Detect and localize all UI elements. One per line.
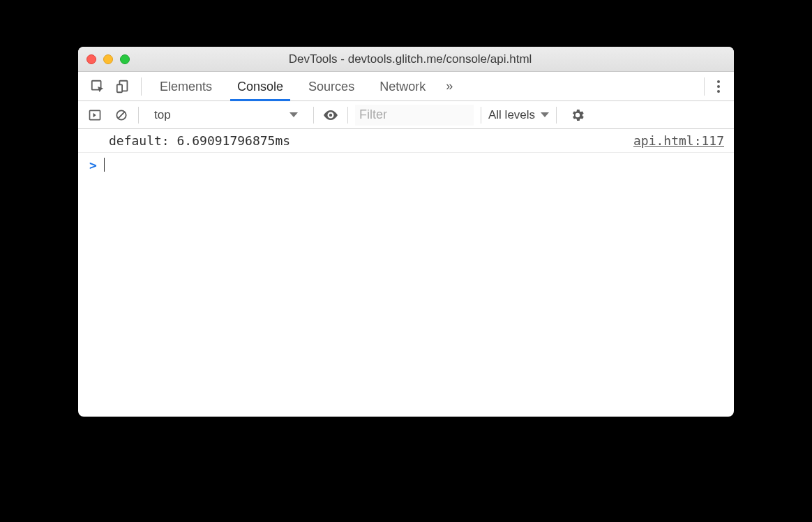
- console-settings-icon[interactable]: [568, 105, 587, 125]
- console-toolbar: top All levels: [78, 101, 734, 129]
- more-tabs-button[interactable]: »: [438, 72, 460, 101]
- kebab-icon: [717, 80, 720, 93]
- tab-label: Console: [237, 80, 283, 94]
- main-menu-button[interactable]: [710, 72, 727, 101]
- tab-elements[interactable]: Elements: [147, 72, 225, 101]
- titlebar: DevTools - devtools.glitch.me/console/ap…: [78, 47, 734, 72]
- tab-label: Elements: [160, 80, 212, 94]
- tab-console[interactable]: Console: [225, 72, 296, 101]
- tab-label: Sources: [308, 80, 354, 94]
- log-message: default: 6.69091796875ms: [109, 133, 290, 148]
- divider: [141, 77, 142, 96]
- device-toolbar-icon[interactable]: [110, 72, 135, 101]
- live-expression-icon[interactable]: [321, 105, 340, 125]
- svg-line-5: [118, 112, 124, 118]
- source-link[interactable]: api.html:117: [633, 133, 724, 148]
- toggle-sidebar-icon[interactable]: [85, 105, 105, 125]
- inspect-element-icon[interactable]: [85, 72, 110, 101]
- console-body: default: 6.69091796875ms api.html:117 >: [78, 129, 734, 417]
- chevron-down-icon: [541, 112, 549, 117]
- chevron-down-icon: [290, 112, 298, 117]
- divider: [704, 77, 705, 96]
- execution-context-selector[interactable]: top: [146, 105, 306, 126]
- window-title: DevTools - devtools.glitch.me/console/ap…: [95, 52, 725, 66]
- tab-label: Network: [379, 80, 426, 94]
- log-levels-selector[interactable]: All levels: [488, 108, 549, 122]
- clear-console-icon[interactable]: [112, 105, 131, 125]
- tab-network[interactable]: Network: [367, 72, 438, 101]
- divider: [556, 107, 557, 124]
- svg-rect-2: [117, 84, 122, 92]
- divider: [481, 107, 481, 124]
- divider: [347, 107, 348, 124]
- levels-label: All levels: [488, 108, 535, 122]
- panel-tabs-bar: Elements Console Sources Network »: [78, 72, 734, 101]
- prompt-caret-icon: >: [89, 158, 97, 172]
- tab-sources[interactable]: Sources: [296, 72, 367, 101]
- text-cursor: [104, 158, 105, 172]
- divider: [313, 107, 314, 124]
- context-label: top: [154, 108, 171, 122]
- svg-point-6: [329, 113, 332, 116]
- console-prompt-row[interactable]: >: [78, 153, 734, 177]
- divider: [138, 107, 139, 124]
- devtools-window: DevTools - devtools.glitch.me/console/ap…: [78, 47, 734, 417]
- log-entry[interactable]: default: 6.69091796875ms api.html:117: [78, 129, 734, 153]
- more-tabs-label: »: [446, 79, 453, 94]
- filter-input[interactable]: [355, 105, 474, 126]
